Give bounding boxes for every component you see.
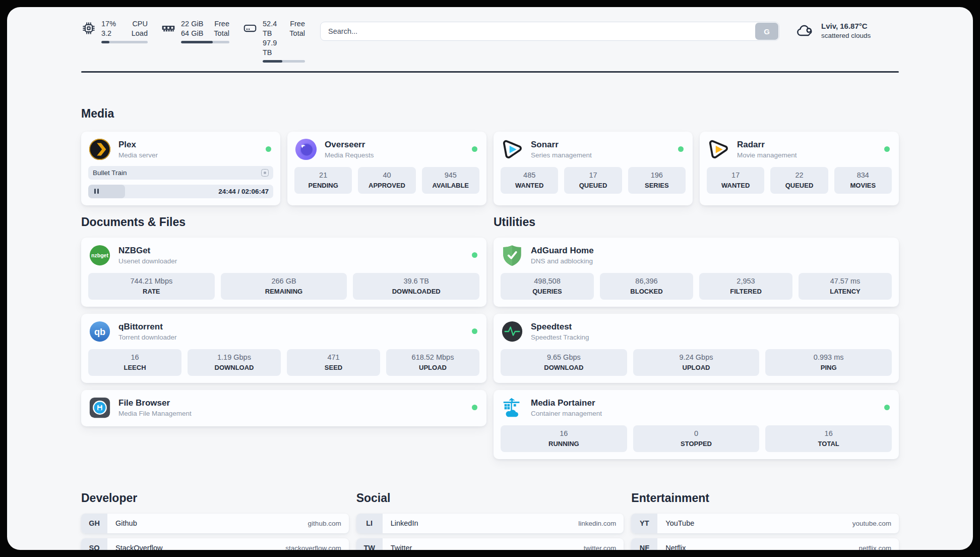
stat-rate: 744.21 Mbps RATE — [88, 273, 215, 300]
media-card-row: Plex Media server Bullet Train 24:44 / 0… — [81, 132, 899, 205]
stat-pending: 21 PENDING — [294, 167, 352, 194]
section-title-entertainment: Entertainment — [631, 491, 899, 505]
bookmark-stackoverflow[interactable]: SO StackOverflow stackoverflow.com — [81, 538, 349, 550]
stat-seed: 471 SEED — [287, 349, 380, 376]
service-card-sonarr[interactable]: Sonarr Series management 485 WANTED 17 Q… — [494, 132, 693, 205]
stat-filtered: 2,953 FILTERED — [699, 273, 792, 300]
bookmark-name: Github — [115, 519, 137, 527]
status-online-dot — [678, 146, 684, 152]
bookmark-abbr: LI — [356, 514, 383, 533]
playback-time: 24:44 / 02:06:47 — [218, 188, 269, 195]
now-playing-pill: Bullet Train — [88, 166, 273, 180]
service-card-adguard[interactable]: AdGuard Home DNS and adblocking 498,508 … — [494, 238, 899, 307]
bookmark-name: YouTube — [665, 519, 694, 527]
stat-wanted: 485 WANTED — [501, 167, 558, 194]
bookmark-linkedin[interactable]: LI LinkedIn linkedin.com — [356, 514, 624, 533]
stat-total: 16 TOTAL — [765, 425, 892, 452]
bookmark-url: linkedin.com — [578, 520, 616, 527]
stat-movies: 834 MOVIES — [834, 167, 892, 194]
documents-column: Documents & Files nzbget NZBGet U — [81, 215, 486, 459]
service-subtitle: Torrent downloader — [118, 333, 177, 342]
stat-leech: 16 LEECH — [88, 349, 181, 376]
plex-logo-icon — [88, 138, 111, 161]
service-name: File Browser — [118, 398, 192, 408]
section-title-developer: Developer — [81, 491, 349, 505]
disk-progress-bar — [263, 60, 305, 63]
overseerr-logo-icon — [294, 138, 318, 161]
developer-column: Developer GH Github github.com SO StackO… — [81, 491, 349, 550]
stat-download: 1.19 Gbps DOWNLOAD — [188, 349, 281, 376]
sonarr-logo-icon — [501, 138, 524, 161]
status-online-dot — [472, 405, 477, 410]
bookmark-abbr: GH — [81, 514, 107, 533]
now-playing-title: Bullet Train — [93, 169, 127, 177]
service-name: qBittorrent — [118, 321, 177, 332]
service-name: Speedtest — [531, 321, 589, 332]
service-card-qbittorrent[interactable]: qb qBittorrent Torrent downloader 16 LEE… — [81, 314, 486, 383]
playback-progress-pill: 24:44 / 02:06:47 — [88, 185, 273, 198]
service-card-nzbget[interactable]: nzbget NZBGet Usenet downloader 744.21 M… — [81, 238, 486, 307]
speedtest-logo-icon — [501, 320, 524, 343]
service-card-overseerr[interactable]: Overseerr Media Requests 21 PENDING 40 A… — [287, 132, 486, 205]
bookmark-youtube[interactable]: YT YouTube youtube.com — [631, 514, 899, 533]
bookmark-url: netflix.com — [859, 544, 891, 550]
entertainment-column: Entertainment YT YouTube youtube.com NF … — [631, 491, 899, 550]
status-online-dot — [884, 146, 890, 152]
record-icon — [261, 169, 269, 177]
cpu-progress-bar — [101, 41, 148, 43]
stat-blocked: 86,396 BLOCKED — [600, 273, 693, 300]
cpu-chip-icon — [81, 21, 96, 43]
cpu-widget: 17%3.2 CPULoad — [81, 19, 148, 43]
stat-running: 16 RUNNING — [501, 425, 627, 452]
disk-widget: 52.4 TB97.9 TB FreeTotal — [242, 19, 305, 63]
radarr-logo-icon — [707, 138, 730, 161]
stat-queued: 17 QUEUED — [564, 167, 622, 194]
search-input[interactable] — [320, 22, 779, 41]
service-subtitle: DNS and adblocking — [531, 257, 594, 265]
pause-icon[interactable] — [94, 189, 99, 194]
search-provider-button[interactable]: G — [755, 23, 778, 40]
filebrowser-logo-icon — [88, 396, 111, 419]
service-name: NZBGet — [118, 245, 177, 256]
service-card-plex[interactable]: Plex Media server Bullet Train 24:44 / 0… — [81, 132, 280, 205]
service-card-portainer[interactable]: Media Portainer Container management 16 … — [494, 390, 899, 459]
weather-widget: Lviv, 16.87°C scattered clouds — [795, 21, 899, 40]
bookmark-abbr: NF — [631, 538, 657, 550]
bookmark-url: github.com — [308, 520, 341, 527]
bookmark-name: Netflix — [665, 544, 686, 550]
bookmark-name: LinkedIn — [391, 519, 418, 527]
memory-widget: 22 GiB64 GiB FreeTotal — [161, 19, 229, 43]
status-online-dot — [884, 405, 890, 410]
service-card-filebrowser[interactable]: File Browser Media File Management — [81, 390, 486, 426]
disk-labels: FreeTotal — [289, 19, 305, 58]
bookmark-name: Twitter — [391, 544, 412, 550]
stat-ping: 0.993 ms PING — [765, 349, 892, 376]
bookmark-netflix[interactable]: NF Netflix netflix.com — [631, 538, 899, 550]
bookmark-github[interactable]: GH Github github.com — [81, 514, 349, 533]
service-subtitle: Movie management — [737, 151, 797, 159]
service-card-speedtest[interactable]: Speedtest Speedtest Tracking 9.65 Gbps D… — [494, 314, 899, 383]
bookmark-twitter[interactable]: TW Twitter twitter.com — [356, 538, 624, 550]
disk-values: 52.4 TB97.9 TB — [263, 19, 282, 58]
bookmark-url: stackoverflow.com — [285, 544, 341, 550]
service-subtitle: Container management — [531, 409, 602, 418]
stat-remaining: 266 GB REMAINING — [221, 273, 347, 300]
portainer-logo-icon — [501, 396, 524, 419]
memory-values: 22 GiB64 GiB — [181, 19, 203, 38]
stat-queries: 498,508 QUERIES — [501, 273, 594, 300]
section-title-utilities: Utilities — [494, 215, 899, 229]
stat-latency: 47.57 ms LATENCY — [799, 273, 892, 300]
svg-text:nzbget: nzbget — [91, 252, 108, 258]
service-subtitle: Media server — [118, 151, 158, 159]
service-card-radarr[interactable]: Radarr Movie management 17 WANTED 22 QUE… — [700, 132, 899, 205]
cpu-labels: CPULoad — [132, 19, 148, 38]
bookmark-abbr: YT — [631, 514, 657, 533]
stat-downloaded: 39.6 TB DOWNLOADED — [353, 273, 479, 300]
stat-upload: 9.24 Gbps UPLOAD — [633, 349, 760, 376]
cloud-icon — [795, 23, 815, 39]
service-subtitle: Speedtest Tracking — [531, 333, 589, 342]
service-subtitle: Media Requests — [325, 151, 374, 159]
bookmark-name: StackOverflow — [115, 544, 162, 550]
stat-upload: 618.52 Mbps UPLOAD — [386, 349, 479, 376]
playback-progress-fill — [88, 185, 125, 198]
